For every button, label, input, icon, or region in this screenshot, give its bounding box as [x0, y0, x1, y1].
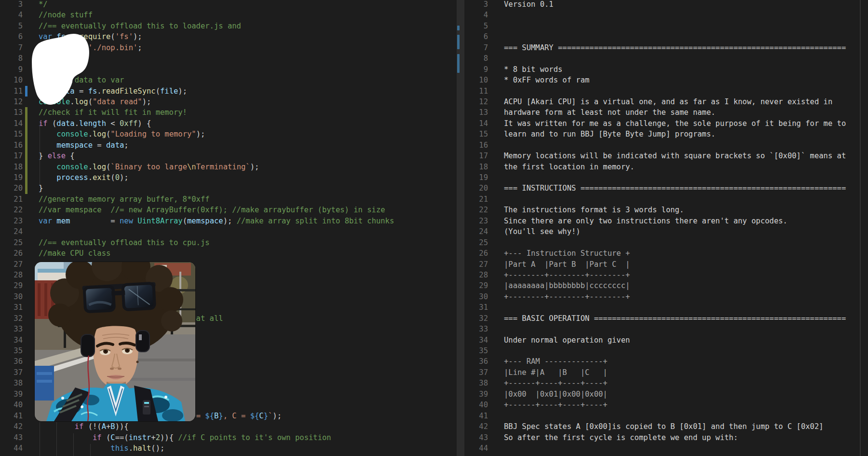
line-number[interactable]: 40 [0, 400, 23, 410]
code-line[interactable]: 20=== INSTRUCTIONS =====================… [464, 183, 868, 193]
line-number[interactable]: 29 [0, 280, 23, 291]
code-line[interactable]: 11 [464, 86, 868, 97]
line-number[interactable]: 39 [464, 389, 488, 400]
code-line[interactable]: 24 [0, 226, 457, 237]
code-line[interactable]: 6var fs = require('fs'); [0, 31, 457, 42]
line-number[interactable]: 6 [0, 31, 23, 42]
line-number[interactable]: 11 [0, 86, 23, 97]
code-line[interactable]: 41 [464, 411, 868, 421]
line-number[interactable]: 36 [464, 356, 488, 367]
code-line[interactable]: 16 memspace = data; [0, 140, 457, 151]
line-number[interactable]: 20 [464, 183, 488, 193]
code-line[interactable]: 43 if (C==(instr+2)){ //if C points to i… [0, 432, 457, 443]
line-number[interactable]: 36 [0, 356, 23, 367]
code-line[interactable]: 32=== BASIC OPERATION ==================… [464, 313, 868, 324]
line-number[interactable]: 39 [0, 389, 23, 400]
line-number[interactable]: 10 [464, 75, 488, 85]
code-line[interactable]: 39|0x00 |0x01|0x00|0x00| [464, 389, 868, 400]
code-line[interactable]: 19 process.exit(0); [0, 172, 457, 183]
code-line[interactable]: 17} else { [0, 151, 457, 161]
code-line[interactable]: 33 [464, 324, 868, 334]
code-line[interactable]: 10//write data to var [0, 75, 457, 85]
line-number[interactable]: 23 [464, 216, 488, 226]
line-number[interactable]: 27 [0, 259, 23, 270]
code-line[interactable]: 3Version 0.1 [464, 0, 868, 10]
line-number[interactable]: 15 [0, 129, 23, 139]
line-number[interactable]: 25 [464, 237, 488, 248]
line-number[interactable]: 12 [464, 97, 488, 107]
line-number[interactable]: 5 [0, 21, 23, 31]
code-line[interactable]: 12ACPU [Akari CPU] is a virtual one, and… [464, 97, 868, 107]
code-line[interactable]: 29|aaaaaaaa|bbbbbbbb|cccccccc| [464, 280, 868, 291]
code-line[interactable]: 44 [464, 443, 868, 454]
line-number[interactable]: 31 [0, 302, 23, 313]
code-line[interactable]: 13//check if it will fit in memory! [0, 107, 457, 118]
line-number[interactable]: 21 [464, 194, 488, 205]
code-line[interactable]: 4 [464, 10, 868, 20]
code-line[interactable]: 6 [464, 31, 868, 42]
code-line[interactable]: 44 this.halt(); [0, 443, 457, 454]
line-number[interactable]: 16 [464, 140, 488, 151]
code-line[interactable]: 15learn and to run BBJ [Byte Byte Jump] … [464, 129, 868, 139]
line-number[interactable]: 16 [0, 140, 23, 151]
code-line[interactable]: 11var data = fs.readFileSync(file); [0, 86, 457, 97]
code-line[interactable]: 4//node stuff [0, 10, 457, 20]
code-line[interactable]: 14if (data.length < 0xff) { [0, 118, 457, 129]
line-number[interactable]: 19 [0, 172, 23, 183]
code-line[interactable]: 10* 0xFF words of ram [464, 75, 868, 85]
line-number[interactable]: 14 [464, 118, 488, 129]
code-line[interactable]: 22//var memspace //= new ArrayBuffer(0xf… [0, 205, 457, 215]
line-number[interactable]: 35 [0, 345, 23, 356]
code-line[interactable]: 9* 8 bit words [464, 64, 868, 75]
code-line[interactable]: 3*/ [0, 0, 457, 10]
code-line[interactable]: 26+--- Instruction Structure + [464, 248, 868, 259]
code-line[interactable]: 13hardware form at least not under the s… [464, 107, 868, 118]
line-number[interactable]: 38 [464, 378, 488, 388]
line-number[interactable]: 22 [0, 205, 23, 215]
line-number[interactable]: 33 [0, 324, 23, 334]
line-number[interactable]: 44 [0, 443, 23, 454]
line-number[interactable]: 23 [0, 216, 23, 226]
code-line[interactable]: 8 [464, 53, 868, 64]
line-number[interactable]: 42 [464, 421, 488, 432]
editor-pane-right[interactable]: 3Version 0.14567=== SUMMARY ============… [464, 0, 868, 456]
line-number[interactable]: 33 [464, 324, 488, 334]
code-line[interactable]: 23var mem = new Uint8Array(memspace); //… [0, 216, 457, 226]
line-number[interactable]: 21 [0, 194, 23, 205]
line-number[interactable]: 25 [0, 237, 23, 248]
code-line[interactable]: 17Memory locations will be indicated wit… [464, 151, 868, 161]
code-line[interactable]: 25 [464, 237, 868, 248]
line-number[interactable]: 8 [464, 53, 488, 64]
line-number[interactable]: 17 [464, 151, 488, 161]
code-line[interactable]: 15 console.log("Loading to memory"); [0, 129, 457, 139]
line-number[interactable]: 4 [0, 10, 23, 20]
code-line[interactable]: 14It was written for me as a challenge, … [464, 118, 868, 129]
line-number[interactable]: 41 [0, 411, 23, 421]
code-line[interactable]: 5//== eventually offload this to loader.… [0, 21, 457, 31]
line-number[interactable]: 26 [0, 248, 23, 259]
line-number[interactable]: 43 [0, 432, 23, 443]
code-line[interactable]: 34Under normal operation given [464, 335, 868, 345]
line-number[interactable]: 43 [464, 432, 488, 443]
line-number[interactable]: 9 [0, 64, 23, 75]
line-number[interactable]: 35 [464, 345, 488, 356]
code-line[interactable]: 43So after the first cycle is complete w… [464, 432, 868, 443]
line-number[interactable]: 19 [464, 172, 488, 183]
code-line[interactable]: 27|Part A |Part B |Part C | [464, 259, 868, 270]
code-line[interactable]: 28+--------+--------+--------+ [464, 270, 868, 280]
code-line[interactable]: 36+--- RAM -------------+ [464, 356, 868, 367]
line-number[interactable]: 18 [0, 162, 23, 172]
line-number[interactable]: 24 [464, 226, 488, 237]
code-line[interactable]: 16 [464, 140, 868, 151]
line-number[interactable]: 30 [0, 291, 23, 302]
code-line[interactable]: 12console.log("data read"); [0, 97, 457, 107]
line-number[interactable]: 22 [464, 205, 488, 215]
line-number[interactable]: 17 [0, 151, 23, 161]
line-number[interactable]: 34 [0, 335, 23, 345]
code-line[interactable]: 7=== SUMMARY ===========================… [464, 42, 868, 53]
line-number[interactable]: 41 [464, 411, 488, 421]
line-number[interactable]: 4 [464, 10, 488, 20]
code-line[interactable]: 21//generate memory array buffer, 8*0xff [0, 194, 457, 205]
line-number[interactable]: 13 [0, 107, 23, 118]
line-number[interactable]: 32 [0, 313, 23, 324]
